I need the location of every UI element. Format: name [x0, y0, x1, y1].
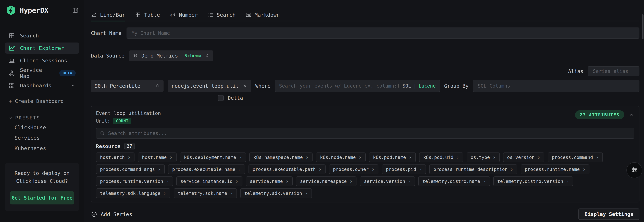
chevron-right-icon: › — [408, 179, 411, 184]
table-icon — [135, 12, 141, 18]
sidebar-item-client-sessions[interactable]: Client Sessions — [5, 55, 79, 66]
attribute-chip[interactable]: service.instance.id › — [176, 177, 242, 186]
chevron-right-icon: › — [349, 179, 352, 184]
attribute-chip-label: service.name — [250, 179, 283, 184]
sidebar-item-chart-explorer[interactable]: Chart Explorer — [5, 42, 79, 54]
attributes-header-left: Event loop utilization Unit: COUNT — [96, 110, 161, 124]
sidebar-item-service-map[interactable]: Service Map BETA — [5, 67, 79, 79]
attribute-chip[interactable]: process.owner › — [329, 165, 378, 174]
attribute-chip[interactable]: telemetry.sdk.language › — [96, 189, 170, 198]
presets-header[interactable]: PRESETS — [8, 115, 79, 120]
attribute-chip[interactable]: k8s.namespace.name › — [249, 153, 313, 162]
layers-icon — [132, 53, 138, 58]
attributes-header: Event loop utilization Unit: COUNT 27 AT… — [96, 110, 634, 124]
attribute-chip[interactable]: k8s.pod.uid › — [419, 153, 463, 162]
chevron-right-icon: › — [230, 191, 233, 196]
attribute-chip[interactable]: host.arch › — [96, 153, 134, 162]
attributes-count-badge: 27 ATTRIBUTES — [575, 110, 624, 119]
scrollbar-thumb[interactable] — [642, 14, 644, 39]
where-label: Where — [255, 83, 270, 89]
attribute-chip[interactable]: process.runtime.version › — [96, 177, 173, 186]
metric-attributes-panel: Event loop utilization Unit: COUNT 27 AT… — [91, 106, 640, 203]
chevron-up-icon[interactable] — [70, 83, 76, 88]
sidebar-item-dashboards[interactable]: Dashboards — [5, 80, 79, 91]
attribute-chip-label: host.name — [142, 155, 166, 160]
add-series-button[interactable]: Add Series — [91, 211, 132, 218]
lucene-option[interactable]: Lucene — [419, 83, 436, 89]
attribute-chip-label: os.version — [507, 155, 535, 160]
toggle-divider: | — [414, 83, 416, 89]
attribute-chip[interactable]: process.executable.path › — [248, 165, 326, 174]
attribute-chip[interactable]: telemetry.sdk.version › — [240, 189, 312, 198]
chart-name-label: Chart Name — [91, 30, 122, 36]
chevron-up-icon[interactable] — [629, 112, 634, 118]
attribute-chip[interactable]: host.name › — [138, 153, 176, 162]
preset-item[interactable]: ClickHouse — [5, 122, 79, 133]
where-search-input[interactable] — [279, 83, 400, 89]
tab-label: Number — [179, 12, 198, 18]
sql-lucene-toggle[interactable]: SQL | Lucene — [402, 83, 436, 89]
unit-badge: COUNT — [113, 118, 131, 124]
delta-checkbox[interactable] — [218, 95, 224, 101]
attribute-chips: host.arch › host.name › k8s.deployment.n… — [96, 153, 634, 198]
delta-row: Delta — [218, 95, 640, 101]
attribute-chip[interactable]: telemetry.distro.name › — [418, 177, 490, 186]
chevron-right-icon: › — [170, 155, 172, 160]
preset-item[interactable]: Services — [5, 133, 79, 143]
attribute-chip[interactable]: process.runtime.name › — [521, 165, 590, 174]
attribute-chip[interactable]: os.type › — [466, 153, 500, 162]
attribute-chip-label: telemetry.sdk.language — [100, 191, 160, 196]
attribute-chip[interactable]: service.name › — [246, 177, 292, 186]
chevron-right-icon: › — [566, 179, 569, 184]
filter-settings-fab[interactable] — [626, 162, 642, 178]
attribute-chip-label: telemetry.distro.version — [497, 179, 563, 184]
main-content: Line/Bar Table 123 Number Search — [84, 0, 644, 222]
attribute-chip[interactable]: os.version › — [503, 153, 544, 162]
alias-input[interactable] — [588, 66, 640, 76]
tab-table[interactable]: Table — [135, 12, 160, 21]
beta-badge: BETA — [59, 70, 76, 76]
attribute-chip[interactable]: telemetry.sdk.name › — [174, 189, 237, 198]
attribute-chip-label: process.owner — [333, 167, 369, 172]
series-footer-row: Add Series Display Settings — [91, 209, 640, 220]
chevron-right-icon: › — [409, 155, 412, 160]
sliders-icon — [630, 166, 638, 175]
attribute-chip[interactable]: service.version › — [360, 177, 415, 186]
chevron-right-icon: › — [158, 167, 161, 172]
get-started-button[interactable]: Get Started for Free — [10, 191, 74, 205]
attribute-chip[interactable]: process.pid › — [382, 165, 426, 174]
schema-link[interactable]: Schema — [184, 53, 202, 58]
display-settings-button[interactable]: Display Settings — [578, 209, 640, 220]
attributes-search-input[interactable] — [108, 130, 631, 136]
tab-search[interactable]: Search — [208, 12, 236, 21]
metric-tag[interactable]: nodejs.event_loop.util — [168, 80, 251, 92]
chevron-right-icon: › — [358, 155, 362, 160]
aggregation-select[interactable]: 90th Percentile — [91, 80, 164, 92]
tab-markdown[interactable]: Markdown — [246, 12, 280, 21]
data-source-label: Data Source — [91, 53, 124, 59]
collapse-sidebar-icon[interactable] — [72, 7, 79, 14]
attribute-chip-label: process.executable.name — [172, 167, 235, 172]
sql-option[interactable]: SQL — [402, 83, 411, 89]
create-dashboard-button[interactable]: + Create Dashboard — [9, 98, 79, 104]
preset-item[interactable]: Kubernetes — [5, 143, 79, 154]
group-by-input[interactable] — [473, 80, 640, 92]
sidebar-item-search[interactable]: Search — [5, 30, 79, 41]
series-row: 90th Percentile nodejs.event_loop.util W… — [91, 80, 640, 92]
attribute-chip[interactable]: process.executable.name › — [168, 165, 245, 174]
attribute-chip[interactable]: process.command › — [548, 153, 603, 162]
attribute-chip[interactable]: k8s.deployment.name › — [180, 153, 246, 162]
tab-number[interactable]: 123 Number — [170, 12, 198, 21]
attribute-chip[interactable]: k8s.node.name › — [316, 153, 366, 162]
tab-line-bar[interactable]: Line/Bar — [91, 12, 125, 21]
attribute-chip[interactable]: k8s.pod.name › — [369, 153, 416, 162]
attribute-chip-label: host.arch — [100, 155, 125, 160]
attribute-chip[interactable]: process.command_args › — [96, 165, 165, 174]
data-source-select[interactable]: Demo Metrics Schema — [129, 50, 213, 61]
attribute-chip[interactable]: service.namespace › — [296, 177, 356, 186]
attribute-chip[interactable]: process.runtime.description › — [429, 165, 517, 174]
attribute-chip[interactable]: telemetry.distro.version › — [493, 177, 573, 186]
chart-name-input[interactable] — [126, 27, 640, 39]
chart-type-tabs: Line/Bar Table 123 Number Search — [91, 2, 640, 21]
close-icon[interactable] — [242, 83, 247, 88]
